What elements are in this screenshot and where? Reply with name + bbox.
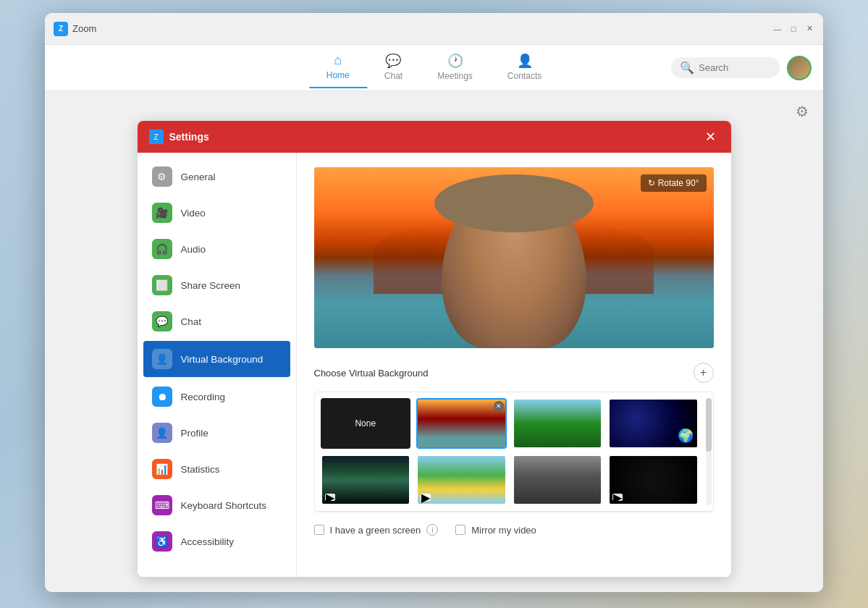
settings-body: ⚙ General 🎥 Video 🎧 Audio ⬜ Share Screen bbox=[138, 153, 731, 577]
sidebar-vbg-label: Virtual Background bbox=[181, 354, 264, 365]
green-screen-option[interactable]: I have a green screen i bbox=[314, 524, 439, 536]
video-preview: ↻ Rotate 90° bbox=[314, 167, 714, 348]
contacts-icon: 👤 bbox=[517, 53, 533, 69]
search-icon: 🔍 bbox=[680, 61, 694, 75]
main-content: ⚙ Z Settings ✕ ⚙ General 🎥 Vi bbox=[45, 91, 823, 592]
tab-contacts-label: Contacts bbox=[507, 71, 542, 81]
bg-bridge[interactable]: ✕ bbox=[416, 398, 507, 449]
general-icon: ⚙ bbox=[152, 166, 172, 187]
keyboard-icon: ⌨ bbox=[152, 495, 172, 515]
background-grid: None ✕ bbox=[321, 398, 707, 505]
sidebar-item-keyboard[interactable]: ⌨ Keyboard Shortcuts bbox=[138, 487, 296, 523]
tab-home-label: Home bbox=[326, 70, 350, 80]
gear-icon[interactable]: ⚙ bbox=[796, 103, 809, 120]
window-controls: — □ ✕ bbox=[772, 24, 814, 34]
app-logo: Z Zoom bbox=[54, 22, 96, 36]
sidebar-audio-label: Audio bbox=[181, 244, 206, 255]
settings-header: Z Settings ✕ bbox=[138, 121, 731, 153]
chooser-header: Choose Virtual Background + bbox=[314, 363, 714, 383]
mirror-video-option[interactable]: Mirror my video bbox=[455, 525, 536, 536]
sidebar-item-recording[interactable]: ⏺ Recording bbox=[138, 379, 296, 415]
settings-close-button[interactable]: ✕ bbox=[702, 128, 720, 145]
minimize-button[interactable]: — bbox=[772, 24, 783, 34]
settings-logo-icon: Z bbox=[149, 130, 164, 144]
bg-beach[interactable]: ▶ bbox=[416, 455, 507, 505]
sidebar-recording-label: Recording bbox=[181, 392, 226, 402]
sidebar-item-general[interactable]: ⚙ General bbox=[138, 159, 296, 195]
virtual-bg-icon: 👤 bbox=[152, 349, 172, 369]
search-input[interactable] bbox=[699, 62, 771, 73]
tab-meetings[interactable]: 🕐 Meetings bbox=[420, 47, 490, 88]
zoom-logo-icon: Z bbox=[54, 22, 68, 36]
app-title: Zoom bbox=[72, 23, 96, 34]
settings-modal: Z Settings ✕ ⚙ General 🎥 Video bbox=[138, 121, 731, 577]
sidebar-profile-label: Profile bbox=[181, 428, 208, 439]
green-screen-info-icon[interactable]: i bbox=[426, 524, 438, 536]
maximize-button[interactable]: □ bbox=[788, 24, 799, 34]
video-icon: 🎥 bbox=[152, 203, 172, 223]
profile-icon: 👤 bbox=[152, 423, 172, 443]
bg-grass[interactable] bbox=[513, 398, 603, 449]
rotate-button[interactable]: ↻ Rotate 90° bbox=[641, 174, 706, 192]
tab-meetings-label: Meetings bbox=[437, 71, 473, 81]
green-screen-label: I have a green screen bbox=[330, 525, 421, 536]
background-grid-container[interactable]: None ✕ bbox=[314, 392, 714, 512]
sidebar-accessibility-label: Accessibility bbox=[181, 536, 235, 547]
nav-bar: ⌂ Home 💬 Chat 🕐 Meetings 👤 Contacts 🔍 bbox=[45, 45, 823, 91]
avatar[interactable] bbox=[787, 56, 812, 80]
sidebar-share-label: Share Screen bbox=[181, 280, 241, 291]
sidebar-video-label: Video bbox=[181, 208, 206, 219]
meetings-icon: 🕐 bbox=[447, 53, 463, 69]
beach-video-badge: ▶ bbox=[421, 494, 431, 501]
mirror-video-label: Mirror my video bbox=[471, 525, 536, 536]
tab-home[interactable]: ⌂ Home bbox=[309, 47, 367, 88]
tab-contacts[interactable]: 👤 Contacts bbox=[490, 47, 559, 88]
bg-none[interactable]: None bbox=[321, 398, 411, 449]
mirror-video-checkbox[interactable] bbox=[455, 525, 465, 535]
bg-space[interactable] bbox=[608, 398, 699, 449]
sidebar-item-video[interactable]: 🎥 Video bbox=[138, 195, 296, 231]
scroll-thumb[interactable] bbox=[706, 398, 712, 452]
scroll-track bbox=[706, 398, 712, 505]
sidebar-item-statistics[interactable]: 📊 Statistics bbox=[138, 451, 296, 487]
tab-chat[interactable]: 💬 Chat bbox=[367, 47, 420, 88]
statistics-icon: 📊 bbox=[152, 459, 172, 479]
sidebar-item-virtual-background[interactable]: 👤 Virtual Background bbox=[143, 341, 290, 377]
chat-settings-icon: 💬 bbox=[152, 311, 172, 332]
sidebar-keyboard-label: Keyboard Shortcuts bbox=[181, 500, 267, 511]
remove-bridge-button[interactable]: ✕ bbox=[494, 401, 504, 411]
settings-sidebar: ⚙ General 🎥 Video 🎧 Audio ⬜ Share Screen bbox=[138, 153, 297, 577]
audio-icon: 🎧 bbox=[152, 239, 172, 259]
app-window: Z Zoom — □ ✕ ⌂ Home 💬 Chat 🕐 Meetings � bbox=[45, 13, 823, 592]
sidebar-general-label: General bbox=[181, 172, 216, 182]
chooser-title: Choose Virtual Background bbox=[314, 368, 429, 379]
green-screen-checkbox[interactable] bbox=[314, 525, 324, 535]
aurora-video-badge: ▶ bbox=[325, 494, 335, 501]
sidebar-item-chat[interactable]: 💬 Chat bbox=[138, 303, 296, 339]
accessibility-icon: ♿ bbox=[152, 531, 172, 552]
sidebar-item-profile[interactable]: 👤 Profile bbox=[138, 415, 296, 451]
settings-title: Settings bbox=[169, 131, 702, 143]
nav-tabs: ⌂ Home 💬 Chat 🕐 Meetings 👤 Contacts bbox=[309, 47, 559, 88]
avatar-image bbox=[788, 57, 810, 79]
sidebar-item-share-screen[interactable]: ⬜ Share Screen bbox=[138, 267, 296, 303]
bg-none-label: None bbox=[355, 418, 376, 428]
sidebar-chat-label: Chat bbox=[181, 316, 202, 327]
tab-chat-label: Chat bbox=[384, 71, 403, 81]
bg-aurora[interactable]: ▶ bbox=[321, 455, 411, 505]
sidebar-item-audio[interactable]: 🎧 Audio bbox=[138, 231, 296, 267]
bg-garage[interactable] bbox=[513, 455, 603, 505]
home-icon: ⌂ bbox=[334, 53, 342, 68]
close-window-button[interactable]: ✕ bbox=[804, 24, 814, 34]
chat-nav-icon: 💬 bbox=[385, 53, 401, 69]
settings-content: ↻ Rotate 90° Choose Virtual Background +… bbox=[297, 153, 731, 577]
recording-icon: ⏺ bbox=[152, 387, 172, 407]
sidebar-statistics-label: Statistics bbox=[181, 464, 220, 475]
add-background-button[interactable]: + bbox=[694, 363, 714, 383]
share-screen-icon: ⬜ bbox=[152, 275, 172, 295]
search-bar[interactable]: 🔍 bbox=[671, 57, 780, 78]
sidebar-item-accessibility[interactable]: ♿ Accessibility bbox=[138, 523, 296, 560]
space2-video-badge: ▶ bbox=[612, 494, 623, 501]
bg-space2[interactable]: ▶ bbox=[608, 455, 699, 505]
checkbox-row: I have a green screen i Mirror my video bbox=[314, 512, 714, 547]
